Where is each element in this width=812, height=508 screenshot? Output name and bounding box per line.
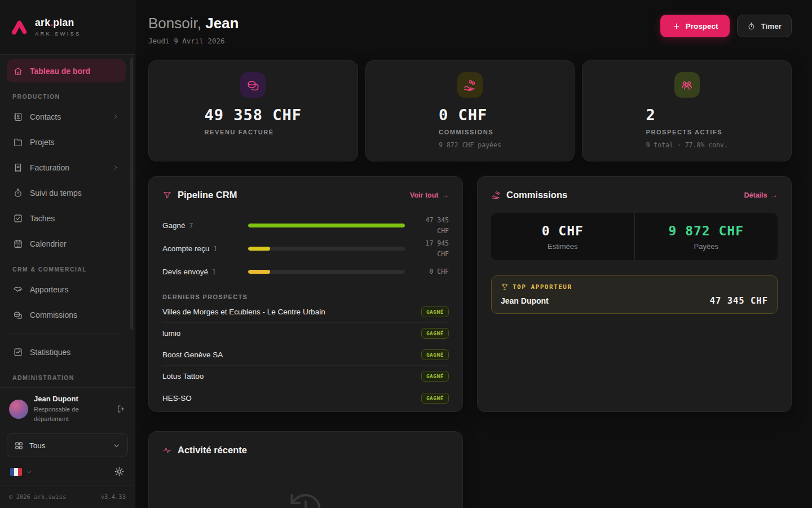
sidebar-item-suivi-du-temps[interactable]: Suivi du temps <box>7 181 126 204</box>
list-item[interactable]: Boost Genève SA GAGNÉ <box>162 344 449 366</box>
stage-amount: 47 345 CHF <box>412 215 449 236</box>
scope-selector[interactable]: Tous <box>7 433 128 457</box>
sidebar-item-contacts[interactable]: Contacts <box>7 105 126 128</box>
sun-icon <box>114 466 125 477</box>
stage-count: 1 <box>212 268 216 276</box>
panels-row: Pipeline CRM Voir tout→ Gagné7 47 345 CH… <box>148 176 792 412</box>
stat-card-prospects: 2 PROSPECTS ACTIFS 9 total · 77.8% conv. <box>582 60 792 161</box>
sidebar-item-label: Calendrier <box>30 239 67 248</box>
list-item[interactable]: lumio GAGNÉ <box>162 323 449 344</box>
sidebar-footer: © 2026 ark.swiss v3.4.33 <box>0 485 135 508</box>
stat-label: REVENU FACTURÉ <box>205 129 274 135</box>
commissions-paid: 9 872 CHF Payées <box>634 213 778 260</box>
stat-subtext: 9 872 CHF payées <box>439 141 501 149</box>
main-content: Bonsoir, Jean Jeudi 9 Avril 2026 Prospec… <box>135 0 812 508</box>
sidebar-item-projets[interactable]: Projets <box>7 130 126 154</box>
top-apporteur-amount: 47 345 CHF <box>710 296 768 306</box>
trophy-icon <box>501 283 509 291</box>
add-prospect-button[interactable]: Prospect <box>660 15 730 37</box>
logout-button[interactable] <box>116 404 126 414</box>
panel-title: Commissions <box>506 190 567 200</box>
stat-card-commissions: 0 CHF COMMISSIONS 9 872 CHF payées <box>365 60 575 161</box>
recent-prospects-header: DERNIERS PROSPECTS <box>162 294 449 300</box>
brand-header: ark.plan ARK.SWISS <box>0 0 135 55</box>
user-card: Jean Dupont Responsable de département <box>0 387 135 430</box>
current-date: Jeudi 9 Avril 2026 <box>148 37 239 45</box>
chevron-right-icon <box>112 113 120 121</box>
commissions-details-link[interactable]: Détails→ <box>744 191 778 199</box>
section-label-production: PRODUCTION <box>12 93 120 100</box>
activity-panel: Activité récente <box>148 431 463 508</box>
stopwatch-icon <box>13 188 23 198</box>
sidebar-item-facturation[interactable]: Facturation <box>7 156 126 179</box>
sidebar-nav: Tableau de bord PRODUCTION Contacts Proj… <box>0 55 135 387</box>
stat-cards: 49 358 CHF REVENU FACTURÉ 0 CHF COMMISSI… <box>148 60 792 161</box>
stat-label: PROSPECTS ACTIFS <box>646 129 722 135</box>
sidebar-item-tableau-de-bord[interactable]: Tableau de bord <box>7 59 126 82</box>
funnel-icon <box>162 190 172 200</box>
pipeline-stage-acompte-recu: Acompte reçu1 17 945 CHF <box>162 237 449 260</box>
timer-button[interactable]: Timer <box>737 15 792 37</box>
sidebar-item-calendrier[interactable]: 12 Calendrier <box>7 232 126 255</box>
pipeline-stages: Gagné7 47 345 CHF Acompte reçu1 17 945 C… <box>162 214 449 283</box>
pipeline-stage-devis-envoye: Devis envoyé1 0 CHF <box>162 260 449 283</box>
pipeline-view-all-link[interactable]: Voir tout→ <box>410 191 449 199</box>
check-square-icon <box>13 213 23 224</box>
logout-icon <box>116 404 126 414</box>
users-icon <box>680 78 694 92</box>
sidebar-item-taches[interactable]: Taches <box>7 207 126 230</box>
invoice-icon <box>13 163 23 173</box>
status-badge: GAGNÉ <box>421 349 449 360</box>
app-root: ark.plan ARK.SWISS Tableau de bord PRODU… <box>0 0 812 508</box>
sidebar-scrollbar[interactable] <box>130 58 133 330</box>
prospect-name: Boost Genève SA <box>162 351 223 359</box>
stage-bar <box>248 224 405 227</box>
coins-icon <box>13 310 23 320</box>
arrow-right-icon: → <box>442 191 449 199</box>
stat-card-revenue: 49 358 CHF REVENU FACTURÉ <box>148 60 358 161</box>
sidebar-item-label: Apporteurs <box>30 285 68 294</box>
stage-bar <box>248 247 405 251</box>
sidebar-item-label: Suivi du temps <box>30 189 82 198</box>
user-role: Responsable de département <box>34 405 97 424</box>
pulse-icon <box>162 445 172 455</box>
stat-value: 2 <box>646 106 655 124</box>
coins-icon <box>246 78 260 92</box>
theme-toggle[interactable] <box>114 466 125 477</box>
paid-label: Payées <box>694 242 718 251</box>
nav-divider <box>10 333 122 334</box>
stage-count: 7 <box>189 222 193 230</box>
status-badge: GAGNÉ <box>421 328 449 339</box>
svg-text:12: 12 <box>16 243 20 247</box>
list-item[interactable]: Lotus Tattoo GAGNÉ <box>162 366 449 387</box>
sidebar-item-apporteurs[interactable]: Apporteurs <box>7 278 126 301</box>
pipeline-stage-gagne: Gagné7 47 345 CHF <box>162 214 449 237</box>
stat-value: 0 CHF <box>439 106 487 124</box>
stat-label: COMMISSIONS <box>439 129 493 135</box>
grid-icon <box>14 441 24 450</box>
status-badge: GAGNÉ <box>421 371 449 382</box>
prospect-name: lumio <box>162 329 180 338</box>
history-icon <box>287 491 324 508</box>
hand-coins-icon <box>463 78 476 92</box>
page-title: Bonsoir, Jean <box>148 15 239 32</box>
sidebar-item-commissions[interactable]: Commissions <box>7 303 126 326</box>
hand-coins-icon <box>491 190 501 200</box>
prospect-name: HES-SO <box>162 394 192 402</box>
language-selector[interactable] <box>10 468 33 476</box>
plus-icon <box>672 22 681 30</box>
sidebar-item-label: Taches <box>30 214 55 223</box>
brand-subtitle: ARK.SWISS <box>35 30 81 37</box>
sidebar-item-statistiques[interactable]: Statistiques <box>7 340 126 364</box>
panel-title: Activité récente <box>178 445 247 456</box>
list-item[interactable]: HES-SO GAGNÉ <box>162 387 449 409</box>
sidebar-item-label: Statistiques <box>30 348 70 357</box>
locale-row <box>0 462 135 485</box>
brand-name: ark.plan <box>35 17 81 28</box>
sidebar: ark.plan ARK.SWISS Tableau de bord PRODU… <box>0 0 135 508</box>
list-item[interactable]: Villes de Morges et Ecublens - Le Centre… <box>162 301 449 323</box>
copyright: © 2026 ark.swiss <box>9 493 66 500</box>
stage-count: 1 <box>213 245 217 253</box>
top-apporteur-label: TOP APPORTEUR <box>513 283 572 291</box>
user-name: Jean Dupont <box>34 395 111 403</box>
